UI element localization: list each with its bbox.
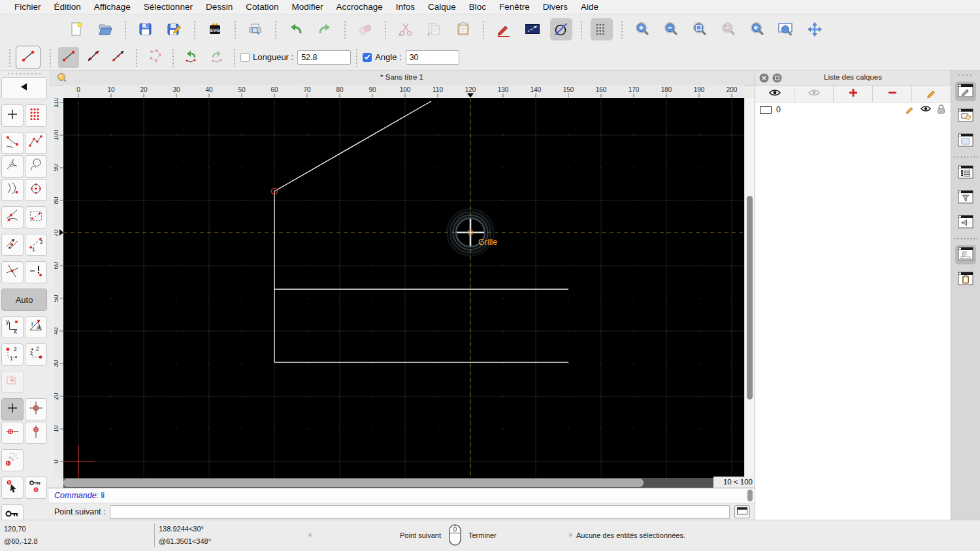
hide-all-layers-button[interactable] — [794, 86, 834, 102]
undo-button[interactable] — [285, 18, 307, 40]
open-file-button[interactable] — [94, 18, 116, 40]
snap-corner-1-2-button[interactable]: 12 — [1, 343, 24, 366]
length-checkbox[interactable] — [240, 53, 250, 62]
angle-checkbox[interactable] — [363, 53, 372, 62]
menu-modifier[interactable]: Modifier — [285, 1, 329, 12]
layer-color-swatch[interactable] — [760, 106, 772, 114]
vertical-scrollbar-thumb[interactable] — [747, 196, 753, 400]
export-svg-button[interactable]: SVG — [204, 18, 226, 40]
coordinate-polar-button[interactable]: ra — [25, 316, 47, 338]
polyline-close-button[interactable] — [144, 47, 165, 68]
layer-visible-icon[interactable] — [920, 104, 932, 115]
snap-center-button[interactable] — [1, 155, 24, 178]
cut-button[interactable] — [395, 18, 417, 40]
dock-selection-filter-button[interactable] — [955, 188, 976, 208]
restrict-vertical-button[interactable] — [25, 422, 47, 444]
layer-edit-icon[interactable] — [905, 104, 915, 116]
menu-accrochage[interactable]: Accrochage — [329, 1, 389, 12]
zoom-previous-button[interactable] — [746, 18, 768, 40]
snap-endpoints-button[interactable] — [1, 132, 24, 154]
menu-infos[interactable]: Infos — [389, 1, 421, 12]
exclusive-snap-mode-button[interactable] — [1, 371, 24, 393]
zoom-pan-button[interactable] — [804, 18, 826, 40]
length-input[interactable] — [297, 50, 351, 65]
show-all-layers-button[interactable] — [755, 86, 794, 102]
close-panel-icon[interactable] — [759, 73, 769, 86]
remove-layer-button[interactable] — [873, 86, 912, 102]
redo-button[interactable] — [314, 18, 336, 40]
zoom-out-button[interactable] — [660, 18, 682, 40]
command-keyboard-button[interactable] — [734, 505, 750, 518]
restrict-horizontal-button[interactable] — [1, 422, 24, 444]
undo-segment-button[interactable] — [181, 47, 202, 68]
snap-parallel-button[interactable] — [1, 234, 24, 256]
erase-button[interactable] — [354, 18, 376, 40]
paste-button[interactable] — [452, 18, 474, 40]
menu-calque[interactable]: Calque — [421, 1, 463, 12]
layer-row[interactable]: 0 — [755, 102, 951, 117]
snap-nearest-button[interactable] — [1, 206, 24, 228]
back-button[interactable] — [1, 77, 47, 99]
snap-grid-button[interactable] — [25, 104, 47, 127]
command-history-scrollbar[interactable] — [747, 490, 753, 501]
menu-dessin[interactable]: Dessin — [199, 1, 239, 12]
current-tool-button[interactable] — [16, 46, 41, 69]
shape-circle-line-button[interactable] — [550, 18, 572, 40]
line-properties-button[interactable] — [521, 18, 544, 40]
command-input[interactable] — [110, 505, 730, 519]
horizontal-scrollbar[interactable] — [63, 478, 713, 488]
snap-angle-button[interactable] — [1, 449, 24, 471]
menu-aide[interactable]: Aide — [574, 1, 605, 12]
menu-fenetre[interactable]: Fenêtre — [493, 1, 536, 12]
new-document-button[interactable] — [65, 18, 88, 40]
menu-edition[interactable]: Édition — [48, 1, 88, 12]
snap-free-button[interactable] — [1, 104, 24, 127]
undock-panel-icon[interactable] — [772, 73, 782, 86]
menu-affichage[interactable]: Affichage — [88, 1, 137, 12]
snap-entity-button[interactable] — [25, 155, 47, 178]
snap-corner-2-1-button[interactable]: 12 — [25, 343, 47, 366]
dock-layer-list-button[interactable] — [955, 82, 976, 101]
dock-library-browser-button[interactable] — [955, 131, 976, 151]
copy-button[interactable] — [423, 18, 446, 40]
toolbar-handle[interactable] — [9, 48, 10, 67]
toolbar-handle[interactable] — [7, 72, 42, 75]
grid-toggle-button[interactable] — [591, 18, 613, 40]
pen-properties-button[interactable] — [493, 18, 515, 40]
print-preview-button[interactable] — [244, 18, 267, 40]
snap-intersection-button[interactable] — [1, 261, 24, 283]
layer-lock-icon[interactable] — [936, 104, 946, 116]
dock-entity-list-button[interactable] — [955, 163, 976, 183]
save-button[interactable] — [135, 18, 157, 40]
dock-command-line-button[interactable] — [955, 245, 976, 264]
horizontal-scrollbar-thumb[interactable] — [63, 479, 644, 487]
zoom-selected-button[interactable] — [717, 18, 740, 40]
menu-bloc[interactable]: Bloc — [463, 1, 493, 12]
dock-block-list-button[interactable] — [955, 106, 976, 126]
edit-layer-button[interactable] — [912, 86, 951, 102]
snap-middle-button[interactable] — [1, 179, 24, 201]
menu-cotation[interactable]: Cotation — [239, 1, 285, 12]
restrict-orthogonal-button[interactable] — [25, 398, 47, 420]
dock-clipboard-button[interactable] — [955, 270, 976, 289]
add-layer-button[interactable] — [834, 86, 873, 102]
menu-divers[interactable]: Divers — [536, 1, 574, 12]
angle-input[interactable] — [406, 50, 459, 65]
line-normal-button[interactable] — [58, 47, 79, 68]
coordinate-cartesian-button[interactable]: yx — [1, 316, 24, 338]
lock-relative-zero-button[interactable] — [25, 477, 47, 499]
drawing-canvas-surface[interactable]: Grille — [63, 98, 744, 478]
snap-auto-button[interactable]: Auto — [1, 289, 47, 311]
redo-segment-button[interactable] — [206, 47, 227, 68]
save-as-button[interactable] — [163, 18, 186, 40]
set-relative-zero-button[interactable] — [1, 477, 24, 499]
snap-circle-center-button[interactable] — [25, 179, 47, 201]
zoom-in-button[interactable] — [631, 18, 653, 40]
line-arrow-button[interactable] — [108, 47, 129, 68]
dock-quick-info-button[interactable] — [955, 213, 976, 232]
snap-intersection-manual-button[interactable] — [25, 261, 47, 283]
snap-reference-button[interactable] — [25, 206, 47, 228]
menu-fichier[interactable]: Fichier — [8, 1, 48, 12]
restrict-nothing-button[interactable] — [1, 398, 24, 420]
menu-selectionner[interactable]: Sélectionner — [137, 1, 199, 12]
